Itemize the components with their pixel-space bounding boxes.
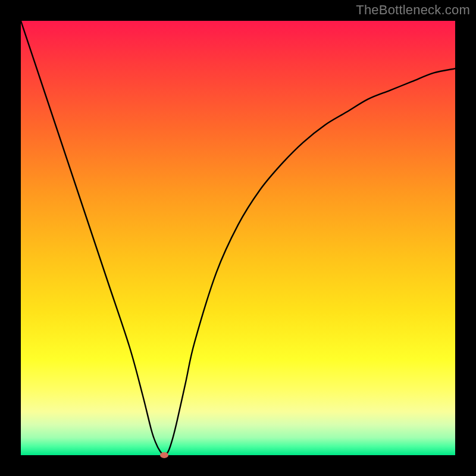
chart-frame: TheBottleneck.com xyxy=(0,0,476,476)
optimal-point-marker xyxy=(160,452,168,458)
plot-area xyxy=(21,21,455,455)
watermark-text: TheBottleneck.com xyxy=(356,2,470,18)
bottleneck-curve xyxy=(21,21,455,455)
